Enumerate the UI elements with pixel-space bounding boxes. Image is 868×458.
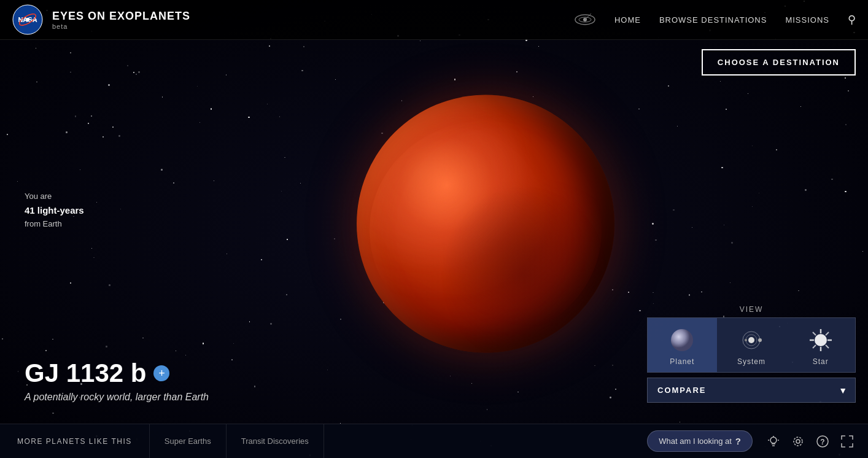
bottom-bar: MORE PLANETS LIKE THIS Super Earths Tran…	[0, 424, 868, 458]
view-star-button[interactable]: Star	[786, 318, 855, 372]
gear-button[interactable]	[787, 430, 809, 452]
add-planet-button[interactable]: +	[153, 365, 169, 381]
view-system-button[interactable]: System	[717, 318, 786, 372]
svg-point-13	[758, 338, 762, 342]
svg-line-22	[826, 332, 829, 335]
distance-value: 41 light-years	[25, 203, 84, 218]
planet-info: GJ 1132 b + A potentially rocky world, l…	[25, 359, 209, 403]
svg-line-20	[813, 332, 816, 335]
bottom-right-controls: What am I looking at ? ?	[637, 430, 868, 452]
view-planet-button[interactable]: Planet	[648, 318, 717, 372]
galaxy-icon	[574, 9, 596, 31]
nav-missions[interactable]: MISSIONS	[785, 15, 829, 25]
search-icon[interactable]: ⚲	[848, 13, 856, 26]
more-planets-button[interactable]: MORE PLANETS LIKE THIS	[0, 424, 150, 458]
app-title-container: EYES ON EXOPLANETS beta	[52, 10, 190, 30]
view-buttons: Planet System	[647, 317, 856, 373]
planet-visual	[357, 95, 614, 353]
what-looking-button[interactable]: What am I looking at ?	[647, 430, 753, 452]
view-panel: VIEW Planet	[647, 305, 856, 403]
svg-point-24	[770, 437, 777, 443]
svg-point-31	[794, 437, 802, 446]
app-beta: beta	[52, 23, 190, 30]
svg-point-30	[796, 440, 800, 443]
svg-line-23	[813, 345, 816, 348]
planet-name-text: GJ 1132 b	[25, 359, 146, 388]
planet-description: A potentially rocky world, larger than E…	[25, 392, 209, 403]
nav-browse[interactable]: BROWSE DESTINATIONS	[659, 15, 767, 25]
compare-select[interactable]: COMPARE Earth Jupiter Sun	[647, 378, 856, 403]
star-view-icon	[807, 327, 834, 354]
app-title: EYES ON EXOPLANETS	[52, 10, 190, 23]
star-btn-label: Star	[813, 357, 829, 366]
help-button[interactable]: ?	[812, 430, 834, 452]
nav-home[interactable]: HOME	[614, 15, 641, 25]
nasa-logo[interactable]: NASA	[12, 4, 43, 35]
what-looking-text: What am I looking at	[659, 437, 732, 446]
distance-suffix: from Earth	[25, 218, 84, 231]
system-view-icon	[738, 327, 765, 354]
distance-prefix: You are	[25, 190, 84, 203]
choose-destination-button[interactable]: CHOOSE A DESTINATION	[702, 49, 856, 76]
planet-name: GJ 1132 b +	[25, 359, 209, 388]
svg-point-15	[815, 334, 827, 346]
svg-text:?: ?	[820, 438, 824, 446]
planet-view-icon	[668, 327, 696, 354]
svg-point-14	[745, 339, 747, 341]
view-label: VIEW	[647, 305, 856, 314]
compare-container: COMPARE Earth Jupiter Sun ▼	[647, 378, 856, 403]
svg-point-10	[748, 337, 754, 343]
planet-container	[357, 95, 614, 353]
planet-btn-label: Planet	[670, 357, 694, 366]
distance-info: You are 41 light-years from Earth	[25, 190, 84, 231]
svg-line-21	[826, 345, 829, 348]
tag-transit-discoveries[interactable]: Transit Discoveries	[227, 424, 324, 458]
navbar: NASA EYES ON EXOPLANETS beta HOME BROWSE…	[0, 0, 868, 40]
question-icon: ?	[735, 436, 741, 446]
lightbulb-button[interactable]	[762, 430, 785, 452]
system-btn-label: System	[737, 357, 765, 366]
svg-point-9	[671, 329, 693, 351]
tag-super-earths[interactable]: Super Earths	[150, 424, 227, 458]
nav-links: HOME BROWSE DESTINATIONS MISSIONS ⚲	[574, 9, 856, 31]
expand-button[interactable]	[836, 430, 858, 452]
